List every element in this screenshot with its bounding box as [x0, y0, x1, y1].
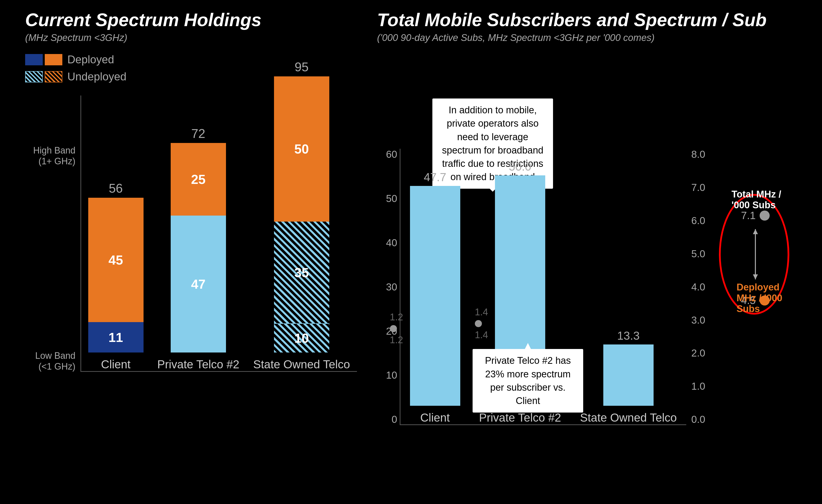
private-telco-dot-group: 1.4 1.4	[475, 307, 488, 340]
left-chart-section: Current Spectrum Holdings (MHz Spectrum …	[15, 10, 367, 494]
client-blue-segment: 11	[88, 322, 143, 352]
legend-orange-hatch	[45, 71, 62, 82]
right-bar-state-telco: 13.3 State Owned Telco	[580, 329, 677, 424]
right-state-telco-bar	[603, 344, 654, 406]
callout-bottom: Private Telco #2 has 23% more spectrum p…	[473, 349, 583, 413]
left-bar-chart: High Band(1+ GHz) Low Band(<1 GHz) 56	[25, 95, 357, 422]
y-right-7: 7.0	[691, 182, 717, 193]
scatter-chart: 7.1 4.5	[717, 149, 794, 425]
y-label-10: 10	[377, 370, 397, 381]
private-telco-orange-label: 25	[191, 172, 206, 187]
y-label-40: 40	[377, 237, 397, 248]
left-chart-title: Current Spectrum Holdings	[25, 10, 357, 30]
scatter-arrow	[755, 229, 756, 279]
callout-bottom-arrow	[525, 343, 531, 349]
total-dot-value: 7.1	[741, 210, 756, 222]
private-telco-dot-top-value: 1.4	[475, 307, 488, 318]
right-client-value: 47.7	[424, 170, 446, 184]
private-telco-orange-segment: 25	[171, 143, 226, 216]
client-orange-segment: 45	[88, 198, 143, 322]
private-telco-x-label: Private Telco #2	[157, 358, 239, 371]
y-right-6: 6.0	[691, 215, 717, 226]
client-dot	[390, 325, 397, 332]
legend-undeployed-label: Undeployed	[67, 70, 126, 83]
state-telco-orange-label: 50	[294, 141, 309, 157]
state-telco-hatch-low-segment: 10	[274, 323, 329, 352]
arrow-up	[753, 229, 758, 234]
state-telco-hatch-high-segment: 35	[274, 222, 329, 323]
total-label: Total MHz / '000 Subs	[732, 189, 797, 211]
state-telco-hatch-high-label: 35	[294, 265, 309, 280]
right-chart-title: Total Mobile Subscribers and Spectrum / …	[377, 10, 797, 30]
arrow-down	[753, 274, 758, 279]
right-client-bar: 1.2 1.2	[410, 186, 460, 406]
right-client-x-label: Client	[420, 411, 450, 424]
right-state-telco-value: 13.3	[617, 329, 640, 342]
y-right-4: 4.0	[691, 281, 717, 293]
right-bar-chart-area: In addition to mobile, private operators…	[377, 98, 797, 425]
total-dot-group: 7.1	[741, 210, 770, 222]
legend-orange-solid	[45, 54, 62, 65]
y-right-8: 8.0	[691, 149, 717, 160]
y-right-0: 0.0	[691, 414, 717, 425]
client-blue-label: 11	[109, 330, 123, 345]
client-dot-bottom-value: 1.2	[390, 335, 403, 345]
bar-group-client: 56 45 11 Client	[88, 181, 143, 371]
left-chart-subtitle: (MHz Spectrum <3GHz)	[25, 32, 357, 43]
y-axis-right: 0.0 1.0 2.0 3.0 4.0 5.0 6.0 7.0 8.0	[691, 149, 717, 425]
legend-icons-deployed	[25, 54, 62, 65]
client-dot-top-value: 1.2	[390, 312, 403, 323]
low-band-label: Low Band(<1 GHz)	[35, 350, 75, 372]
private-telco-dot-bottom-value: 1.4	[475, 330, 488, 340]
legend-blue-hatch	[25, 71, 43, 82]
state-telco-x-label: State Owned Telco	[253, 358, 350, 371]
state-telco-total-value: 95	[295, 60, 309, 74]
bar-wrapper-client: 56 45 11	[88, 181, 143, 352]
callout-bottom-text: Private Telco #2 has 23% more spectrum p…	[485, 355, 571, 406]
bar-group-state-telco: 95 50 35 10 State Ow	[253, 60, 350, 371]
client-orange-label: 45	[109, 253, 123, 268]
legend-blue-solid	[25, 54, 43, 65]
state-telco-orange-segment: 50	[274, 76, 329, 222]
state-telco-hatch-low-label: 10	[294, 331, 309, 346]
private-telco-dot	[475, 320, 482, 327]
y-right-5: 5.0	[691, 248, 717, 260]
private-telco-blue-label: 47	[191, 277, 206, 292]
y-axis-labels: High Band(1+ GHz) Low Band(<1 GHz)	[25, 95, 75, 372]
y-right-1: 1.0	[691, 381, 717, 392]
bar-wrapper-private-telco: 72 25 47	[171, 126, 226, 352]
total-dot	[760, 211, 770, 221]
y-label-50: 50	[377, 193, 397, 204]
client-total-value: 56	[109, 181, 123, 196]
y-label-30: 30	[377, 281, 397, 293]
bar-group-private-telco: 72 25 47 Private Telco #2	[157, 126, 239, 371]
right-chart-subtitle: ('000 90-day Active Subs, MHz Spectrum <…	[377, 32, 797, 43]
private-telco-total-value: 72	[191, 126, 206, 141]
private-telco-blue-segment: 47	[171, 216, 226, 352]
bars-container: 56 45 11 Client 72	[80, 95, 357, 372]
legend-icons-undeployed	[25, 71, 62, 82]
y-axis-left: 0 10 20 30 40 50 60	[377, 149, 397, 425]
y-label-0: 0	[377, 414, 397, 425]
right-bar-client: 47.7 1.2 1.2 Client	[410, 170, 460, 424]
bar-wrapper-state-telco: 95 50 35 10	[274, 60, 329, 352]
deployed-label: Deployed MHz / '000 Subs	[737, 282, 797, 314]
client-dot-group: 1.2 1.2	[390, 312, 403, 345]
legend-deployed-label: Deployed	[67, 53, 114, 66]
y-right-2: 2.0	[691, 347, 717, 359]
client-x-label: Client	[101, 358, 131, 371]
y-label-60: 60	[377, 149, 397, 160]
right-chart-section: Total Mobile Subscribers and Spectrum / …	[367, 10, 807, 494]
y-right-3: 3.0	[691, 315, 717, 326]
right-state-telco-x-label: State Owned Telco	[580, 411, 677, 424]
right-private-telco-value: 50.0	[509, 160, 531, 173]
right-private-telco-x-label: Private Telco #2	[479, 411, 561, 424]
high-band-label: High Band(1+ GHz)	[33, 145, 75, 167]
